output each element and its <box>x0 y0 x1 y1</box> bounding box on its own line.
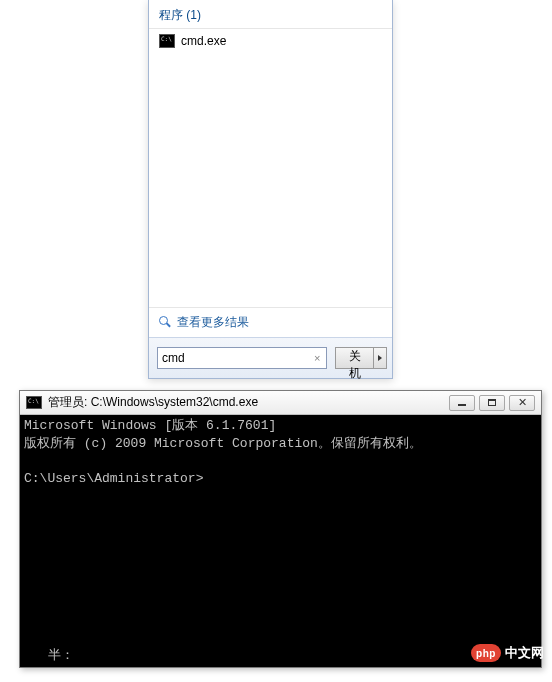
watermark: php 中文网 <box>471 644 544 662</box>
search-input[interactable] <box>162 349 312 367</box>
results-spacer <box>149 51 392 307</box>
console-line: Microsoft Windows [版本 6.1.7601] <box>24 418 276 433</box>
search-result-label: cmd.exe <box>181 34 226 48</box>
maximize-icon <box>488 399 496 406</box>
shutdown-options-button[interactable] <box>374 347 387 369</box>
cmd-icon <box>159 34 175 48</box>
more-results-label: 查看更多结果 <box>177 314 249 331</box>
close-button[interactable]: ✕ <box>509 395 535 411</box>
see-more-results-link[interactable]: 查看更多结果 <box>149 307 392 337</box>
chevron-right-icon <box>378 355 382 361</box>
search-result-item[interactable]: cmd.exe <box>149 31 392 51</box>
console-output[interactable]: Microsoft Windows [版本 6.1.7601] 版权所有 (c)… <box>20 415 541 667</box>
start-menu-search-panel: 程序 (1) cmd.exe 查看更多结果 × 关机 <box>148 0 393 379</box>
cmd-window: 管理员: C:\Windows\system32\cmd.exe ✕ Micro… <box>19 390 542 668</box>
minimize-icon <box>458 404 466 406</box>
search-results-area: 程序 (1) cmd.exe 查看更多结果 <box>149 0 392 337</box>
search-icon <box>159 316 172 329</box>
window-title: 管理员: C:\Windows\system32\cmd.exe <box>48 394 443 411</box>
results-category-header: 程序 (1) <box>149 0 392 29</box>
console-line: C:\Users\Administrator> <box>24 471 203 486</box>
start-menu-footer: × 关机 <box>149 337 392 378</box>
php-logo-icon: php <box>471 644 501 662</box>
maximize-button[interactable] <box>479 395 505 411</box>
shutdown-button[interactable]: 关机 <box>335 347 374 369</box>
console-line: 版权所有 (c) 2009 Microsoft Corporation。保留所有… <box>24 436 422 451</box>
window-titlebar[interactable]: 管理员: C:\Windows\system32\cmd.exe ✕ <box>20 391 541 415</box>
window-controls: ✕ <box>449 395 535 411</box>
shutdown-button-group: 关机 <box>335 347 387 369</box>
console-bottom-text: 半： <box>48 647 74 665</box>
search-input-container: × <box>157 347 327 369</box>
watermark-text: 中文网 <box>505 644 544 662</box>
cmd-icon <box>26 396 42 409</box>
minimize-button[interactable] <box>449 395 475 411</box>
close-icon: ✕ <box>518 397 527 408</box>
clear-search-button[interactable]: × <box>312 352 322 364</box>
